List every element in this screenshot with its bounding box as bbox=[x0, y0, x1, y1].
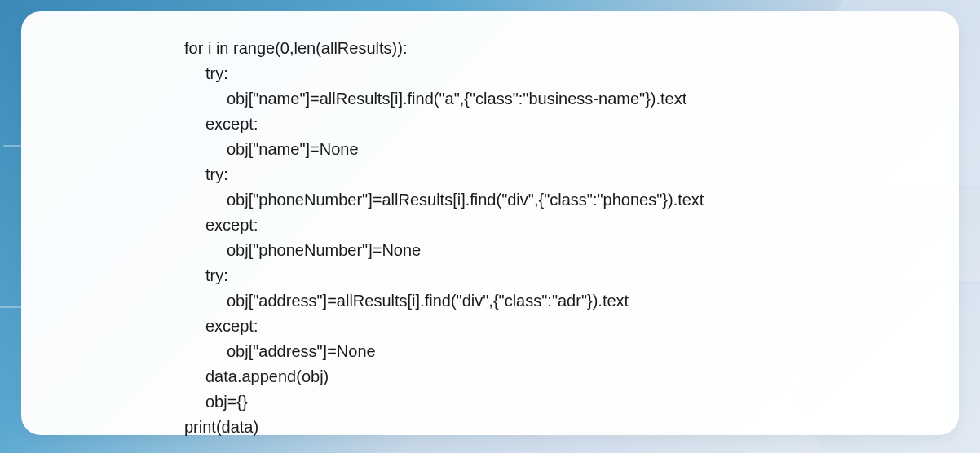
code-line: obj["phoneNumber"]=allResults[i].find("d… bbox=[184, 187, 704, 213]
code-snippet-card: for i in range(0,len(allResults)): try: … bbox=[21, 11, 959, 435]
code-line: for i in range(0,len(allResults)): bbox=[184, 39, 407, 57]
code-block: for i in range(0,len(allResults)): try: … bbox=[184, 36, 926, 440]
code-line: obj["address"]=None bbox=[184, 339, 376, 364]
code-line: try: bbox=[184, 263, 228, 288]
code-line: obj["phoneNumber"]=None bbox=[184, 238, 421, 263]
code-line: obj["name"]=None bbox=[184, 137, 359, 162]
code-line: try: bbox=[184, 162, 228, 187]
code-line: try: bbox=[184, 61, 228, 86]
code-line: obj["name"]=allResults[i].find("a",{"cla… bbox=[184, 86, 686, 112]
code-line: print(data) bbox=[184, 418, 258, 436]
code-line: except: bbox=[184, 314, 258, 339]
code-line: obj={} bbox=[184, 389, 248, 415]
code-line: obj["address"]=allResults[i].find("div",… bbox=[184, 288, 629, 314]
code-line: data.append(obj) bbox=[184, 364, 329, 389]
code-line: except: bbox=[184, 213, 258, 238]
code-line: except: bbox=[184, 112, 258, 137]
